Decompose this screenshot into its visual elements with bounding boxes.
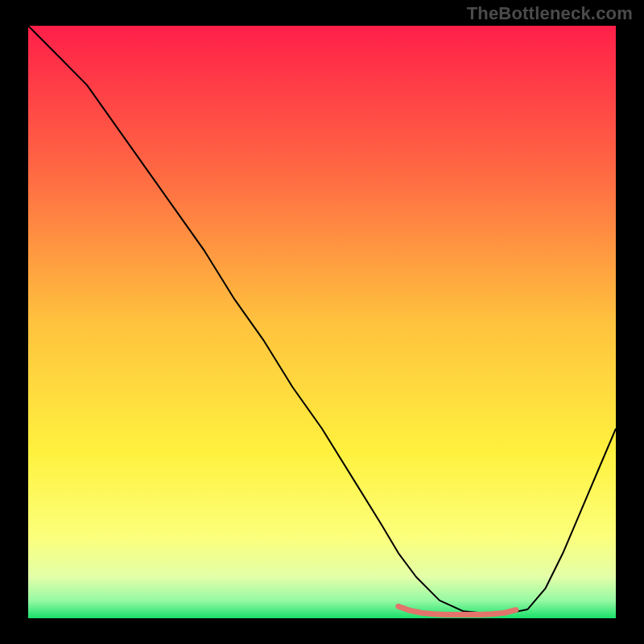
watermark-text: TheBottleneck.com (467, 3, 633, 24)
chart-background (28, 26, 616, 618)
bottleneck-chart (28, 26, 616, 618)
chart-frame: TheBottleneck.com (0, 0, 644, 644)
